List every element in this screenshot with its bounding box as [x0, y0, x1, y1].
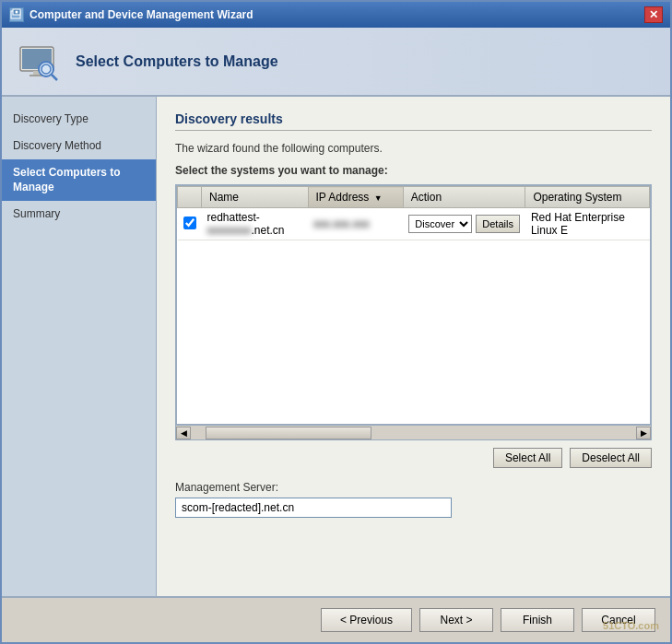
- row-name: redhattest-xxxxxxxx.net.cn: [207, 211, 285, 237]
- wizard-header: Select Computers to Manage: [2, 28, 670, 97]
- action-select[interactable]: Discover: [408, 215, 472, 233]
- col-header-name: Name: [202, 187, 309, 208]
- management-server-label: Management Server:: [175, 481, 652, 494]
- watermark: 51CTO.com: [603, 620, 659, 631]
- close-button[interactable]: ✕: [644, 6, 663, 23]
- wizard-body: Discovery Type Discovery Method Select C…: [2, 97, 670, 596]
- main-content: Discovery results The wizard found the f…: [157, 97, 670, 596]
- sort-arrow-icon: ▼: [374, 193, 383, 203]
- hscrollbar-track[interactable]: [206, 427, 621, 439]
- sidebar-item-discovery-type[interactable]: Discovery Type: [2, 106, 156, 133]
- blurred-name: xxxxxxxx: [207, 224, 252, 237]
- svg-point-2: [16, 11, 18, 14]
- results-table: Name IP Address ▼ Action Operating Syste…: [177, 186, 650, 240]
- header-icon: [17, 40, 61, 84]
- next-button[interactable]: Next >: [419, 608, 493, 632]
- management-server-input[interactable]: [175, 498, 452, 518]
- sidebar-item-discovery-method[interactable]: Discovery Method: [2, 133, 156, 159]
- action-cell: Discover Details: [408, 215, 520, 233]
- col-header-checkbox: [178, 187, 202, 208]
- table-row: redhattest-xxxxxxxx.net.cn xxx.xxx.xxx D…: [178, 208, 650, 240]
- col-header-os: Operating System: [525, 187, 650, 208]
- details-button[interactable]: Details: [476, 215, 520, 233]
- row-name-cell: redhattest-xxxxxxxx.net.cn: [202, 208, 309, 240]
- row-ip-cell: xxx.xxx.xxx: [308, 208, 403, 240]
- select-all-button[interactable]: Select All: [493, 448, 562, 468]
- wizard-window: Computer and Device Management Wizard ✕ …: [0, 0, 672, 644]
- row-action-cell: Discover Details: [403, 208, 525, 240]
- row-os: Red Hat Enterprise Linux E: [531, 211, 625, 237]
- finish-button[interactable]: Finish: [501, 608, 574, 632]
- table-scroll-area: Name IP Address ▼ Action Operating Syste…: [175, 184, 652, 440]
- sidebar-item-select-computers[interactable]: Select Computers to Manage: [2, 159, 156, 202]
- previous-button[interactable]: < Previous: [321, 608, 412, 632]
- description-text: The wizard found the following computers…: [175, 142, 652, 155]
- row-ip: xxx.xxx.xxx: [313, 217, 370, 230]
- hscrollbar-thumb[interactable]: [206, 427, 371, 439]
- col-header-action: Action: [403, 187, 525, 208]
- row-os-cell: Red Hat Enterprise Linux E: [525, 208, 650, 240]
- deselect-all-button[interactable]: Deselect All: [570, 448, 652, 468]
- row-checkbox[interactable]: [183, 217, 196, 229]
- window-icon: [9, 7, 24, 22]
- sidebar: Discovery Type Discovery Method Select C…: [2, 97, 157, 596]
- col-header-ip[interactable]: IP Address ▼: [308, 187, 403, 208]
- section-title: Discovery results: [175, 111, 652, 131]
- wizard-footer: < Previous Next > Finish Cancel: [2, 596, 670, 642]
- window-title: Computer and Device Management Wizard: [29, 8, 644, 21]
- select-buttons-bar: Select All Deselect All: [175, 448, 652, 468]
- row-checkbox-cell: [178, 208, 202, 240]
- svg-line-9: [52, 75, 57, 80]
- results-table-wrapper[interactable]: Name IP Address ▼ Action Operating Syste…: [176, 185, 651, 425]
- scroll-left-arrow[interactable]: ◀: [176, 427, 191, 439]
- title-bar: Computer and Device Management Wizard ✕: [2, 2, 670, 28]
- page-title: Select Computers to Manage: [76, 53, 278, 70]
- hscrollbar[interactable]: ◀ ▶: [176, 425, 651, 439]
- subsection-title: Select the systems you want to manage:: [175, 164, 652, 177]
- sidebar-item-summary[interactable]: Summary: [2, 201, 156, 228]
- scroll-right-arrow[interactable]: ▶: [636, 427, 651, 439]
